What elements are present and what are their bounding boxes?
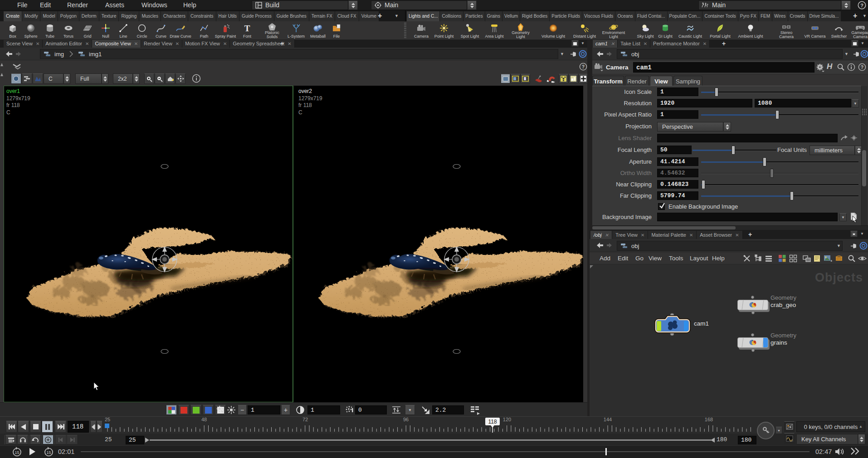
- svg-text:?: ?: [860, 3, 863, 8]
- svg-text:120: 120: [503, 417, 511, 422]
- svg-text:144: 144: [604, 417, 612, 422]
- svg-text:+: +: [830, 259, 832, 263]
- svg-text:48: 48: [201, 417, 207, 422]
- svg-text:118: 118: [488, 419, 497, 425]
- svg-text:25: 25: [105, 417, 110, 422]
- svg-text:T: T: [244, 24, 250, 33]
- svg-text:72: 72: [302, 417, 308, 422]
- svg-text:?: ?: [582, 64, 585, 69]
- svg-text:?: ?: [861, 64, 863, 70]
- svg-text:96: 96: [403, 417, 409, 422]
- svg-text:15: 15: [46, 450, 51, 455]
- svg-text:15: 15: [15, 450, 19, 455]
- svg-text:168: 168: [705, 417, 713, 422]
